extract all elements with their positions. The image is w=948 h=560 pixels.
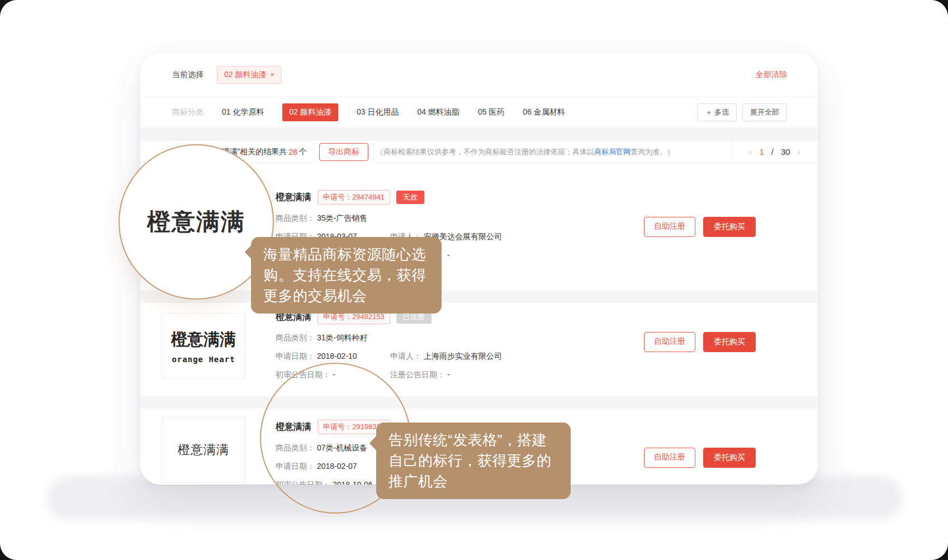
- apply-date-label: 申请日期：: [276, 352, 315, 361]
- apply-date-value: 2018-02-10: [317, 352, 357, 361]
- category-tab-03[interactable]: 03 日化用品: [357, 107, 399, 117]
- expand-all-button[interactable]: 展开全部: [742, 103, 787, 121]
- self-register-button[interactable]: 自助注册: [644, 448, 695, 468]
- disclaimer-text: （商标检索结果仅供参考，不作为商标能否注册的法律依据；具体以商标局官网查询为准。…: [376, 147, 674, 157]
- selected-filter-tag-label: 02 颜料油漆: [224, 70, 266, 80]
- entrust-buy-button[interactable]: 委托购买: [703, 332, 756, 352]
- current-selection-bar: 当前选择 02 颜料油漆 × 全部清除: [140, 53, 818, 97]
- row-divider: [140, 396, 818, 409]
- reg-pub-label: 注册公告日期：: [390, 370, 445, 379]
- category-label: 商品类别：: [276, 213, 315, 223]
- prev-page-icon[interactable]: ‹: [749, 146, 752, 158]
- results-summary-middle: 相关的结果共: [240, 147, 287, 157]
- status-badge: 无效: [396, 191, 424, 204]
- self-register-button[interactable]: 自助注册: [644, 217, 695, 237]
- category-tab-01[interactable]: 01 化学原料: [222, 107, 264, 117]
- selected-filter-tag[interactable]: 02 颜料油漆 ×: [217, 66, 282, 84]
- category-value: 35类-广告销售: [317, 213, 367, 223]
- category-tab-06[interactable]: 06 金属材料: [523, 107, 565, 117]
- section-divider: [140, 127, 818, 141]
- results-count-unit: 个: [299, 147, 307, 157]
- export-trademarks-button[interactable]: 导出商标: [319, 143, 368, 161]
- tooltip-marketplace: 海量精品商标资源随心选购。支持在线交易，获得更多的交易机会: [251, 237, 442, 314]
- self-register-button[interactable]: 自助注册: [644, 332, 695, 352]
- row-divider: [140, 291, 818, 303]
- category-tab-04[interactable]: 04 燃料油脂: [417, 107, 459, 117]
- application-number-badge: 申请号：29474941: [317, 190, 390, 205]
- page-background: 当前选择 02 颜料油漆 × 全部清除 商标分类 01 化学原料 02 颜料油漆…: [0, 0, 948, 560]
- trademark-image[interactable]: 橙意满满: [162, 417, 245, 483]
- result-row: 橙意满满 orange Heart 橙意满满 申请号：29482153 已注册 …: [140, 303, 818, 396]
- current-page: 1: [759, 147, 764, 156]
- clear-all-button[interactable]: 全部清除: [756, 70, 787, 80]
- reg-pub-value: -: [447, 250, 450, 260]
- magnified-trademark-text: 橙意满满: [147, 206, 245, 238]
- entrust-buy-button[interactable]: 委托购买: [703, 448, 756, 468]
- total-pages: 30: [781, 147, 790, 156]
- tooltip-promotion: 告别传统“发表格”，搭建自己的标行，获得更多的推广机会: [376, 423, 571, 499]
- multi-select-button[interactable]: ＋ 多选: [697, 103, 737, 121]
- pagination: ‹ 1 / 30 ›: [731, 141, 818, 163]
- category-value: 31类-饲料种籽: [317, 333, 367, 343]
- trademark-image[interactable]: 橙意满满 orange Heart: [162, 313, 245, 379]
- category-tab-05[interactable]: 05 医药: [478, 107, 504, 117]
- category-bar-label: 商标分类: [172, 107, 203, 117]
- reg-pub-value: -: [447, 370, 450, 379]
- category-bar: 商标分类 01 化学原料 02 颜料油漆 03 日化用品 04 燃料油脂 05 …: [140, 97, 818, 127]
- results-count: 28: [288, 148, 297, 156]
- entrust-buy-button[interactable]: 委托购买: [703, 217, 756, 237]
- trademark-office-link[interactable]: 商标局官网: [594, 148, 631, 156]
- next-page-icon[interactable]: ›: [798, 146, 801, 158]
- applicant-label: 申请人：: [390, 352, 421, 361]
- applicant-value: 上海雨步实业有限公司: [424, 352, 502, 361]
- remove-tag-icon[interactable]: ×: [270, 71, 274, 78]
- current-selection-label: 当前选择: [172, 70, 203, 80]
- category-label: 商品类别：: [276, 333, 315, 343]
- page-separator: /: [771, 147, 774, 156]
- category-tab-02-active[interactable]: 02 颜料油漆: [282, 103, 338, 121]
- trademark-name[interactable]: 橙意满满: [276, 192, 311, 203]
